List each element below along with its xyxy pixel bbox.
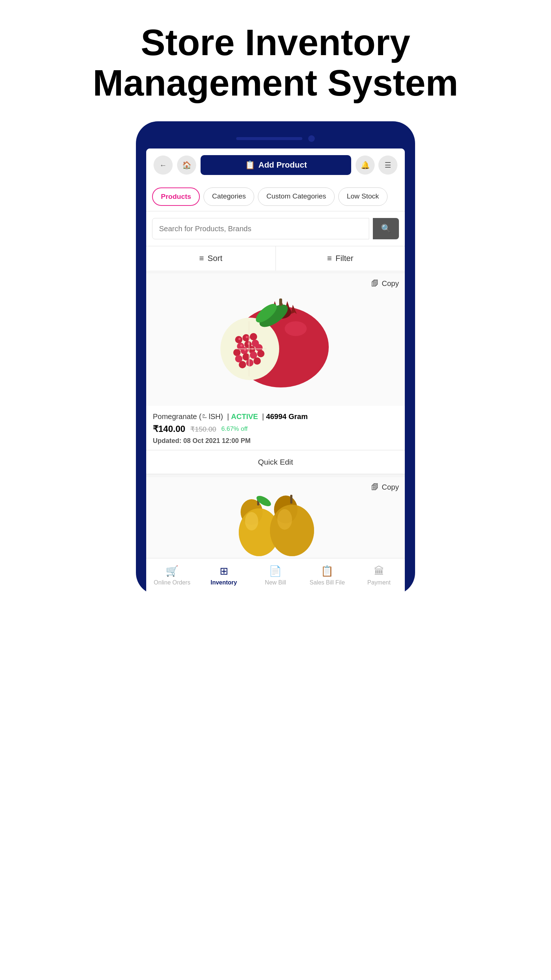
search-section: 🔍: [146, 212, 405, 246]
online-orders-icon: 🛒: [166, 565, 178, 577]
tab-categories[interactable]: Categories: [203, 188, 254, 206]
search-button[interactable]: 🔍: [373, 218, 399, 239]
nav-item-payment[interactable]: 🏛 Payment: [353, 563, 405, 587]
copy-icon-2: 🗐: [372, 483, 379, 492]
filter-button[interactable]: ≡ Filter: [276, 246, 405, 270]
discount-badge-1: 6.67% off: [221, 425, 248, 433]
add-product-button[interactable]: 📋 Add Product: [200, 155, 351, 175]
copy-label-1: Copy: [382, 279, 399, 288]
tab-custom-categories[interactable]: Custom Categories: [258, 188, 335, 206]
phone-top-bar: [146, 132, 405, 148]
home-icon: 🏠: [182, 161, 191, 169]
home-button[interactable]: 🏠: [177, 156, 196, 175]
phone-frame: ← 🏠 📋 Add Product 🔔 ☰: [136, 121, 415, 595]
filter-icon: ≡: [327, 254, 332, 263]
svg-point-24: [254, 357, 261, 365]
svg-point-14: [233, 349, 241, 356]
new-bill-label: New Bill: [265, 579, 286, 586]
product-card-2: 🗐 Copy: [146, 477, 405, 558]
pear-image: [224, 477, 327, 558]
copy-button-1[interactable]: 🗐 Copy: [372, 279, 399, 288]
svg-rect-36: [279, 299, 282, 306]
product-image-area-1: 🗐 Copy: [146, 274, 405, 406]
svg-point-21: [257, 350, 265, 357]
app-screen: ← 🏠 📋 Add Product 🔔 ☰: [146, 148, 405, 595]
online-orders-label: Online Orders: [154, 579, 191, 586]
payment-icon: 🏛: [374, 565, 384, 577]
nav-item-sales-bill-file[interactable]: 📋 Sales Bill File: [301, 563, 353, 587]
inventory-label: Inventory: [211, 579, 237, 586]
phone-indicator-bar: [236, 137, 302, 140]
add-product-label: Add Product: [259, 160, 307, 170]
bell-icon: 🔔: [361, 161, 370, 169]
svg-point-22: [239, 361, 246, 368]
svg-point-45: [270, 505, 314, 556]
svg-point-35: [285, 321, 307, 336]
tab-bar: Products Categories Custom Categories Lo…: [146, 181, 405, 212]
header-right-buttons: 🔔 ☰: [356, 156, 397, 175]
svg-point-25: [238, 338, 241, 340]
inventory-icon: ⊞: [220, 565, 228, 577]
phone-wrapper: ← 🏠 📋 Add Product 🔔 ☰: [0, 121, 551, 617]
sort-label: Sort: [208, 254, 222, 263]
sort-filter-bar: ≡ Sort ≡ Filter: [146, 246, 405, 270]
copy-button-2[interactable]: 🗐 Copy: [372, 483, 399, 492]
active-badge-1: ACTIVE: [231, 412, 258, 420]
menu-icon: ☰: [384, 161, 391, 169]
nav-item-online-orders[interactable]: 🛒 Online Orders: [146, 563, 198, 587]
product-name-1: Pomegranate (ఒlSH) | ACTIVE | 46994 Gram: [153, 412, 398, 421]
new-bill-icon: 📄: [269, 565, 282, 577]
search-icon: 🔍: [381, 224, 391, 233]
filter-label: Filter: [335, 254, 353, 263]
nav-item-new-bill[interactable]: 📄 New Bill: [250, 563, 302, 587]
phone-indicator-dot: [308, 135, 315, 142]
product-info-1: Pomegranate (ఒlSH) | ACTIVE | 46994 Gram…: [146, 406, 405, 450]
svg-point-27: [240, 344, 243, 347]
back-button[interactable]: ←: [154, 156, 173, 175]
sales-bill-file-icon: 📋: [321, 565, 333, 577]
svg-point-26: [246, 336, 248, 338]
svg-point-46: [277, 509, 292, 530]
bell-button[interactable]: 🔔: [356, 156, 375, 175]
tab-products[interactable]: Products: [152, 188, 200, 206]
sales-bill-file-label: Sales Bill File: [310, 579, 345, 586]
nav-item-inventory[interactable]: ⊞ Inventory: [198, 563, 250, 587]
product-price-1: ₹140.00 ₹150.00 6.67% off: [153, 424, 398, 434]
app-header: ← 🏠 📋 Add Product 🔔 ☰: [146, 148, 405, 181]
quick-edit-button-1[interactable]: Quick Edit: [146, 450, 405, 474]
svg-point-10: [250, 333, 257, 340]
title-section: Store Inventory Management System: [0, 0, 551, 121]
pomegranate-image: [217, 285, 334, 395]
payment-label: Payment: [367, 579, 391, 586]
svg-point-40: [245, 512, 258, 530]
price-original-1: ₹150.00: [190, 425, 216, 433]
main-title: Store Inventory Management System: [29, 22, 522, 103]
back-icon: ←: [159, 161, 167, 169]
search-input[interactable]: [152, 218, 369, 239]
sort-button[interactable]: ≡ Sort: [146, 246, 276, 270]
product-updated-1: Updated: 08 Oct 2021 12:00 PM: [153, 437, 398, 450]
add-product-icon: 📋: [245, 160, 255, 170]
price-current-1: ₹140.00: [153, 424, 185, 434]
menu-button[interactable]: ☰: [378, 156, 397, 175]
product-image-area-2: 🗐 Copy: [146, 477, 405, 558]
bottom-nav: 🛒 Online Orders ⊞ Inventory 📄 New Bill 📋…: [146, 558, 405, 595]
tab-low-stock[interactable]: Low Stock: [338, 188, 387, 206]
copy-icon-1: 🗐: [372, 279, 379, 288]
copy-label-2: Copy: [382, 483, 399, 492]
product-card-1: 🗐 Copy: [146, 274, 405, 474]
svg-rect-47: [290, 495, 292, 504]
product-weight-1: 46994 Gram: [266, 412, 308, 420]
svg-point-23: [246, 359, 254, 366]
sort-icon: ≡: [199, 254, 204, 263]
